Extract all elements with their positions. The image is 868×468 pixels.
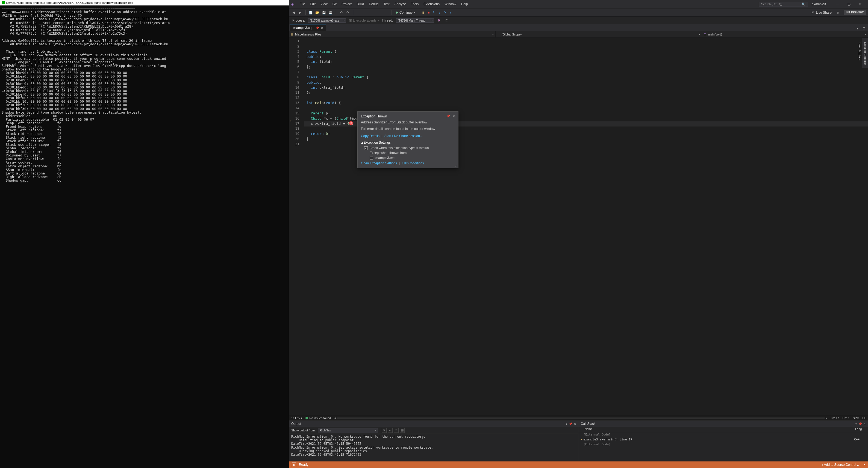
code-line-10[interactable]: int extra_field; <box>304 85 868 90</box>
redo-icon[interactable]: ↷ <box>345 10 350 15</box>
stack-frame-icon[interactable]: ⬚ <box>444 18 450 23</box>
resize-grip-icon[interactable]: ⋰ <box>455 165 458 167</box>
toggle-2-icon[interactable]: ▦ <box>400 428 405 433</box>
undo-icon[interactable]: ↶ <box>339 10 344 15</box>
code-line-8[interactable]: class Child : public Parent { <box>304 75 868 80</box>
menu-window[interactable]: Window <box>442 1 459 7</box>
output-source-dropdown[interactable]: RichNav <box>318 428 378 433</box>
pause-icon[interactable]: ⏸ <box>421 10 425 15</box>
menu-project[interactable]: Project <box>339 1 354 7</box>
search-input[interactable]: Search (Ctrl+Q) 🔍 <box>759 2 808 7</box>
code-line-1[interactable] <box>304 39 868 44</box>
pin-icon[interactable]: 📌 <box>316 27 319 30</box>
col-lang[interactable]: Lang <box>854 427 868 432</box>
close-icon[interactable]: ✕ <box>574 423 576 425</box>
clear-icon[interactable]: ✕ <box>382 428 386 433</box>
callstack-row[interactable]: [External Code] <box>579 442 868 447</box>
except-exe-checkbox[interactable] <box>370 156 373 160</box>
code-line-13[interactable]: int main(void) { <box>304 100 868 106</box>
process-dropdown[interactable]: [11708] example3.exe <box>308 18 346 23</box>
callstack-row[interactable]: [External Code] <box>579 432 868 437</box>
code-line-12[interactable] <box>304 95 868 100</box>
error-indicator-icon[interactable]: ✕ <box>349 121 353 125</box>
step-into-icon[interactable]: ↓ <box>437 10 442 15</box>
edit-conditions-link[interactable]: Edit Conditions <box>402 161 424 165</box>
notifications-icon[interactable]: ◔ <box>863 463 865 467</box>
callstack-header[interactable]: Call Stack ▾ 📌 ✕ <box>579 421 868 427</box>
menu-build[interactable]: Build <box>354 1 366 7</box>
line-ending[interactable]: LF <box>862 416 866 420</box>
menu-debug[interactable]: Debug <box>367 1 380 7</box>
feedback-icon[interactable]: ☺ <box>836 10 840 15</box>
menu-edit[interactable]: Edit <box>308 1 318 7</box>
menu-file[interactable]: File <box>298 1 307 7</box>
nav-fwd-icon[interactable]: ▶ <box>298 10 303 15</box>
code-line-4[interactable]: public: <box>304 54 868 60</box>
menu-git[interactable]: Git <box>330 1 339 7</box>
pin-icon[interactable]: 📌 <box>859 423 862 425</box>
code-line-9[interactable]: public: <box>304 80 868 85</box>
output-body[interactable]: RichNav Information: 0 : No workspace fo… <box>289 434 579 462</box>
issues-indicator[interactable]: No issues found <box>306 416 331 420</box>
restart-icon[interactable]: ↻ <box>432 10 436 15</box>
maximize-button[interactable]: ▢ <box>843 1 854 7</box>
close-icon[interactable]: ✕ <box>453 114 455 118</box>
minimize-button[interactable]: — <box>832 1 843 7</box>
menu-test[interactable]: Test <box>381 1 392 7</box>
callstack-row[interactable]: ➜example3.exe!main() Line 17C++ <box>579 437 868 442</box>
col-name[interactable]: Name <box>583 427 854 432</box>
output-panel-header[interactable]: Output ▾ 📌 ✕ <box>289 421 579 427</box>
toggle-1-icon[interactable]: ≡ <box>394 428 399 433</box>
close-icon[interactable]: ✕ <box>863 423 866 425</box>
close-button[interactable]: ✕ <box>855 1 866 7</box>
start-liveshare-link[interactable]: Start Live Share session... <box>384 134 423 138</box>
callstack-body[interactable]: [External Code]➜example3.exe!main() Line… <box>579 432 868 462</box>
code-line-14[interactable] <box>304 106 868 111</box>
thread-dropdown[interactable]: [24756] Main Thread <box>396 18 434 23</box>
nav-project[interactable]: ▦ Miscellaneous Files <box>289 31 496 37</box>
nav-scope[interactable]: (Global Scope) <box>496 31 702 37</box>
code-line-5[interactable]: int field; <box>304 59 868 64</box>
menu-view[interactable]: View <box>318 1 330 7</box>
code-area[interactable]: ➜ class Parent {public: int field;};clas… <box>304 38 868 415</box>
chevron-down-icon[interactable]: ▾ <box>566 423 567 425</box>
open-exception-settings-link[interactable]: Open Exception Settings <box>361 161 397 165</box>
zoom-control[interactable]: 111 % ▾ <box>291 416 302 420</box>
side-tab-team-explorer[interactable]: Team Explorer <box>857 39 863 68</box>
code-line-11[interactable]: }; <box>304 90 868 95</box>
save-all-icon[interactable]: 💾 <box>328 10 333 15</box>
nav-back-icon[interactable]: ◀ <box>291 10 296 15</box>
console-output[interactable]: ========================================… <box>0 5 289 468</box>
tab-close-icon[interactable]: ✕ <box>321 27 323 30</box>
exception-settings-header[interactable]: Exception Settings <box>361 141 455 144</box>
open-icon[interactable]: 📂 <box>315 10 320 15</box>
stop-icon[interactable]: ■ <box>427 10 431 15</box>
code-line-7[interactable] <box>304 70 868 75</box>
live-share-button[interactable]: ⇱ Live Share <box>809 10 834 15</box>
code-line-3[interactable]: class Parent { <box>304 49 868 54</box>
step-out-icon[interactable]: ↑ <box>448 10 453 15</box>
flag-icon[interactable]: ⚑ <box>437 18 442 23</box>
save-icon[interactable]: 💾 <box>321 10 327 15</box>
gear-icon[interactable]: ⚙ <box>862 26 866 31</box>
tab-example3-cpp[interactable]: example3.cpp 📌 ✕ <box>290 25 326 31</box>
continue-button[interactable]: ▶ Continue ▾ <box>395 10 417 15</box>
lifecycle-events[interactable]: ▣ Lifecycle Events ▾ <box>349 19 379 22</box>
code-line-6[interactable]: }; <box>304 64 868 70</box>
menu-extensions[interactable]: Extensions <box>421 1 442 7</box>
pin-icon[interactable]: 📌 <box>446 114 450 118</box>
side-tab-solution-explorer[interactable]: Solution Explorer <box>863 39 868 68</box>
console-titlebar[interactable]: C:\MSDN\cpp-docs-pr\docs\c-language\ASAN… <box>0 0 289 5</box>
new-file-icon[interactable]: 📄 <box>308 10 313 15</box>
nav-function[interactable]: ☋ main(void) <box>702 31 868 37</box>
chevron-down-icon[interactable]: ▾ <box>856 423 857 425</box>
menu-analyze[interactable]: Analyze <box>392 1 408 7</box>
status-icon[interactable]: ▣ <box>292 463 296 467</box>
step-over-icon[interactable]: ↷ <box>443 10 447 15</box>
add-source-control[interactable]: ↑ Add to Source Control ▴ <box>822 463 859 467</box>
pin-icon[interactable]: 📌 <box>569 423 572 425</box>
menu-tools[interactable]: Tools <box>409 1 421 7</box>
menu-help[interactable]: Help <box>459 1 470 7</box>
wrap-icon[interactable]: ↩ <box>388 428 393 433</box>
window-options-icon[interactable]: ▾ <box>855 26 860 31</box>
